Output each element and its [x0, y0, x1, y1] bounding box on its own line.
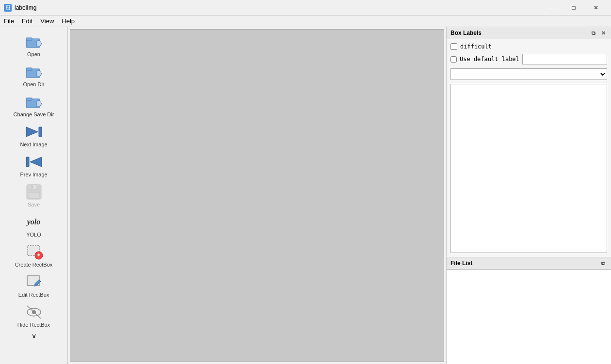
default-label-row: Use default label	[450, 54, 607, 64]
prev-image-icon	[24, 153, 44, 171]
app-icon: 🖼	[4, 4, 12, 12]
svg-line-24	[27, 306, 41, 318]
open-dir-label: Open Dir	[23, 81, 44, 87]
change-save-dir-icon	[24, 93, 44, 111]
edit-rectbox-icon	[24, 273, 44, 291]
toolbar-edit-rectbox[interactable]: Edit RectBox	[2, 270, 65, 301]
main-layout: Open Open Dir Change Save	[0, 27, 611, 364]
save-label: Save	[28, 202, 40, 207]
open-label: Open	[27, 51, 40, 57]
box-labels-header: Box Labels ⧉ ✕	[447, 27, 611, 39]
next-image-label: Next Image	[20, 142, 47, 147]
toolbar-open[interactable]: Open	[2, 30, 65, 60]
menu-view[interactable]: View	[36, 16, 58, 26]
right-panel: Box Labels ⧉ ✕ difficult Use default lab…	[446, 27, 611, 364]
difficult-label: difficult	[460, 43, 492, 50]
svg-marker-5	[37, 71, 42, 77]
box-labels-panel: Box Labels ⧉ ✕ difficult Use default lab…	[447, 27, 611, 257]
edit-rectbox-label: Edit RectBox	[18, 292, 49, 298]
svg-rect-1	[26, 38, 32, 40]
menu-bar: File Edit View Help	[0, 16, 611, 27]
label-dropdown[interactable]	[450, 68, 607, 80]
box-labels-restore-btn[interactable]: ⧉	[590, 29, 597, 37]
svg-marker-2	[37, 41, 42, 47]
toolbar-yolo[interactable]: yolo YOLO	[2, 210, 65, 240]
toolbar-create-rectbox[interactable]: Create RectBox	[2, 240, 65, 270]
menu-edit[interactable]: Edit	[18, 16, 36, 26]
create-rectbox-label: Create RectBox	[15, 262, 53, 268]
toolbar-save[interactable]: Save	[2, 180, 65, 210]
box-labels-content: difficult Use default label	[447, 39, 611, 257]
title-bar: 🖼 labelImg — □ ✕	[0, 0, 611, 16]
label-list-area	[450, 84, 607, 253]
title-bar-controls: — □ ✕	[540, 0, 607, 16]
next-image-icon	[24, 123, 44, 141]
toolbar-next-image[interactable]: Next Image	[2, 120, 65, 150]
svg-marker-9	[26, 127, 38, 137]
box-labels-title: Box Labels	[450, 30, 482, 36]
maximize-button[interactable]: □	[563, 0, 585, 16]
file-list-header: File List ⧉	[447, 257, 611, 269]
svg-rect-20	[38, 253, 39, 256]
prev-image-label: Prev Image	[20, 172, 47, 177]
file-list-panel: File List ⧉	[447, 257, 611, 364]
svg-marker-11	[30, 157, 42, 167]
file-list-title: File List	[450, 260, 472, 267]
scroll-down-icon: ∨	[32, 332, 36, 340]
title-bar-left: 🖼 labelImg	[4, 4, 36, 12]
close-button[interactable]: ✕	[585, 0, 607, 16]
toolbar-prev-image[interactable]: Prev Image	[2, 150, 65, 180]
yolo-icon: yolo	[24, 213, 44, 231]
svg-rect-15	[28, 192, 40, 198]
create-rectbox-icon	[24, 243, 44, 261]
toolbar-hide-rectbox[interactable]: Hide RectBox	[2, 301, 65, 331]
open-icon	[24, 33, 44, 50]
file-list-content	[447, 269, 611, 364]
save-icon	[24, 183, 44, 201]
canvas-area[interactable]	[70, 29, 444, 362]
menu-file[interactable]: File	[0, 16, 18, 26]
change-save-dir-label: Change Save Dir	[14, 111, 54, 117]
use-default-label-text: Use default label	[460, 56, 519, 63]
hide-rectbox-label: Hide RectBox	[17, 322, 50, 328]
use-default-label-checkbox[interactable]	[450, 56, 457, 63]
toolbar-open-dir[interactable]: Open Dir	[2, 60, 65, 90]
svg-rect-4	[26, 68, 32, 70]
minimize-button[interactable]: —	[540, 0, 563, 16]
file-list-controls: ⧉	[599, 259, 607, 267]
box-labels-close-btn[interactable]: ✕	[599, 29, 607, 37]
toolbar-change-save-dir[interactable]: Change Save Dir	[2, 90, 65, 120]
app-title: labelImg	[15, 4, 36, 11]
difficult-row: difficult	[450, 43, 607, 50]
svg-rect-10	[39, 127, 42, 137]
file-list-restore-btn[interactable]: ⧉	[599, 259, 607, 267]
menu-help[interactable]: Help	[58, 16, 79, 26]
difficult-checkbox[interactable]	[450, 43, 457, 50]
svg-rect-7	[26, 98, 32, 100]
svg-marker-8	[37, 101, 42, 107]
yolo-label: YOLO	[26, 232, 41, 237]
hide-rectbox-icon	[24, 303, 44, 321]
left-toolbar: Open Open Dir Change Save	[0, 27, 68, 364]
default-label-input[interactable]	[522, 54, 607, 64]
box-labels-controls: ⧉ ✕	[590, 29, 607, 37]
svg-rect-16	[31, 185, 33, 189]
open-dir-icon	[24, 63, 44, 80]
svg-rect-12	[26, 157, 29, 167]
toolbar-scroll-down[interactable]: ∨	[2, 331, 65, 341]
